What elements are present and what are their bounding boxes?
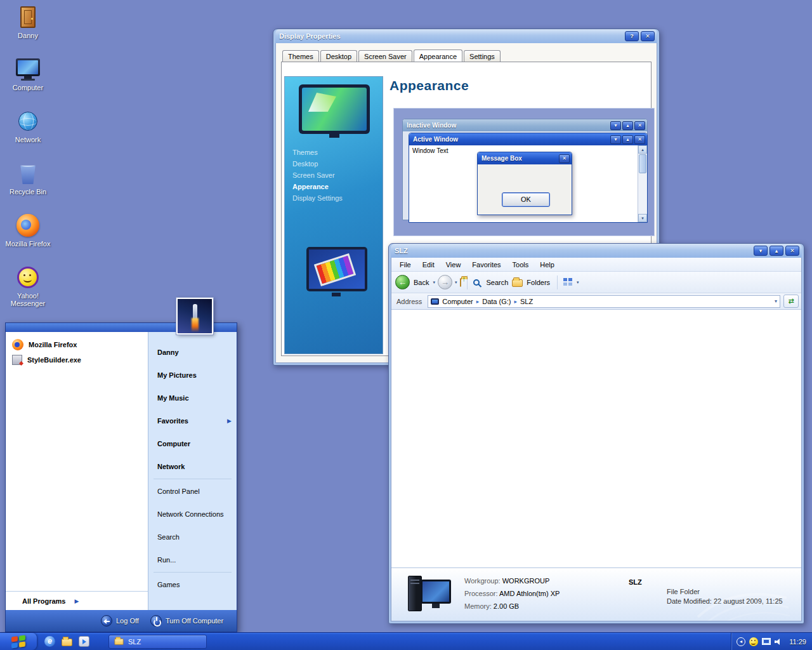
desktop-icon-list: Danny Computer Network Recycle Bin Mozil…: [5, 4, 51, 316]
computer-monitor-icon: [421, 580, 451, 604]
desktop-icon-network[interactable]: Network: [5, 108, 51, 160]
desktop-icon-yahoo-messenger[interactable]: Yahoo! Messenger: [5, 264, 51, 316]
message-box-title: Message Box: [481, 155, 522, 162]
start-item-computer[interactable]: Computer: [148, 432, 237, 455]
firefox-icon: [12, 339, 23, 350]
menu-favorites[interactable]: Favorites: [466, 258, 506, 271]
preview-scrollbar: ▴ ▾: [638, 145, 647, 222]
desktop-icon-danny[interactable]: Danny: [5, 4, 51, 56]
quick-launch-browser-icon[interactable]: e: [44, 636, 55, 647]
start-item-favorites[interactable]: Favorites ▶: [148, 409, 237, 432]
desktop-icon-recycle-bin[interactable]: Recycle Bin: [5, 160, 51, 212]
minimize-button[interactable]: ▾: [754, 246, 768, 256]
computer-icon: [15, 56, 41, 83]
desktop-icon-computer[interactable]: Computer: [5, 56, 51, 108]
start-item-stylebuilder[interactable]: StyleBuilder.exe: [6, 352, 148, 368]
start-item-run[interactable]: Run...: [148, 548, 237, 571]
folders-icon[interactable]: [512, 279, 523, 287]
back-button[interactable]: ←: [395, 275, 410, 289]
menu-file[interactable]: File: [394, 258, 417, 271]
menu-edit[interactable]: Edit: [417, 258, 440, 271]
start-item-control-panel[interactable]: Control Panel: [148, 480, 237, 503]
explorer-titlebar[interactable]: SLZ ▾ ▴ ✕: [391, 244, 802, 258]
tray-collapse-icon[interactable]: ◂: [737, 637, 745, 646]
tray-volume-icon[interactable]: [775, 638, 782, 646]
menu-help[interactable]: Help: [534, 258, 560, 271]
tab-settings[interactable]: Settings: [464, 50, 501, 62]
start-item-network-connections[interactable]: Network Connections: [148, 503, 237, 526]
quick-launch-app-icon[interactable]: [79, 636, 89, 647]
address-label: Address: [394, 298, 424, 305]
desktop-icon-label: Yahoo! Messenger: [5, 292, 51, 307]
forward-history-chevron-icon[interactable]: ▾: [455, 280, 457, 285]
appearance-preview-image: Themes Desktop Screen Saver Apperance Di…: [284, 76, 383, 354]
start-item-my-pictures[interactable]: My Pictures: [148, 364, 237, 387]
taskbar-task-slz[interactable]: SLZ: [108, 635, 207, 649]
refresh-button[interactable]: ⇄: [783, 295, 799, 308]
breadcrumb-computer[interactable]: Computer: [442, 298, 473, 305]
memory-line: Memory: 2.00 GB: [464, 600, 560, 613]
processor-line: Processor: AMD Athlon(tm) XP: [464, 587, 560, 600]
start-item-network[interactable]: Network: [148, 455, 237, 478]
breadcrumb-data-g[interactable]: Data (G:): [482, 298, 511, 305]
minimize-icon: ▾: [610, 135, 621, 144]
menu-tools[interactable]: Tools: [507, 258, 535, 271]
close-icon: ✕: [559, 154, 570, 163]
preview-list-item: Themes: [292, 147, 343, 158]
back-button-label[interactable]: Back: [414, 279, 429, 286]
workgroup-line: Workgroup: WORKGROUP: [464, 574, 560, 587]
start-item-search[interactable]: Search: [148, 526, 237, 548]
window-text-sample: Window Text: [412, 147, 449, 154]
tab-desktop[interactable]: Desktop: [320, 50, 357, 62]
preview-list-item: Display Settings: [292, 192, 343, 204]
search-button-label[interactable]: Search: [487, 279, 509, 286]
folders-button-label[interactable]: Folders: [527, 279, 550, 286]
start-item-danny[interactable]: Danny: [148, 341, 237, 364]
network-globe-icon: [15, 108, 41, 135]
start-menu-divider: [154, 572, 232, 573]
close-button[interactable]: ✕: [641, 31, 655, 41]
submenu-arrow-icon: ▶: [74, 598, 79, 604]
address-dropdown-icon[interactable]: ▾: [775, 298, 777, 304]
close-icon: ✕: [634, 121, 645, 130]
log-off-button[interactable]: Log Off: [101, 615, 139, 627]
forward-button[interactable]: →: [438, 275, 452, 289]
search-icon[interactable]: [473, 279, 480, 286]
quick-launch-folder-icon[interactable]: [62, 639, 72, 646]
address-field[interactable]: Computer ▸ Data (G:) ▸ SLZ ▾: [428, 295, 780, 308]
close-icon: ✕: [634, 135, 645, 144]
display-properties-tabs: Themes Desktop Screen Saver Appearance S…: [282, 50, 502, 62]
folder-content-area[interactable]: [391, 310, 801, 567]
firefox-icon: [15, 212, 41, 239]
views-chevron-icon[interactable]: ▾: [577, 280, 579, 285]
tab-screen-saver[interactable]: Screen Saver: [358, 50, 412, 62]
minimize-icon: ▾: [610, 121, 621, 130]
close-button[interactable]: ✕: [785, 246, 799, 256]
start-button[interactable]: [0, 633, 37, 650]
start-item-my-music[interactable]: My Music: [148, 387, 237, 409]
turn-off-computer-button[interactable]: Turn Off Computer: [150, 615, 223, 627]
yahoo-messenger-icon: [15, 264, 41, 291]
views-icon[interactable]: [563, 278, 573, 286]
back-history-chevron-icon[interactable]: ▾: [433, 280, 435, 285]
preview-monitor-bottom: [306, 247, 367, 291]
inactive-window-title: Inactive Window: [407, 122, 456, 129]
up-button[interactable]: ↑: [460, 279, 461, 286]
maximize-icon: ▴: [622, 135, 633, 144]
tray-display-icon[interactable]: [762, 638, 771, 645]
breadcrumb-slz[interactable]: SLZ: [520, 298, 533, 305]
menu-view[interactable]: View: [440, 258, 467, 271]
all-programs-button[interactable]: All Programs ▶: [6, 591, 148, 610]
start-item-games[interactable]: Games: [148, 573, 237, 596]
desktop-icon-label: Computer: [13, 84, 43, 91]
tray-messenger-icon[interactable]: [749, 637, 758, 646]
maximize-button[interactable]: ▴: [769, 246, 783, 256]
help-button[interactable]: ?: [625, 31, 639, 41]
tab-appearance[interactable]: Appearance: [414, 50, 462, 62]
windows-flag-icon: [11, 635, 25, 648]
user-picture[interactable]: [176, 298, 213, 335]
tab-themes[interactable]: Themes: [282, 50, 319, 62]
start-item-firefox[interactable]: Mozilla Firefox: [6, 337, 148, 352]
desktop-icon-firefox[interactable]: Mozilla Firefox: [5, 212, 51, 264]
display-properties-titlebar[interactable]: Display Properties ? ✕: [275, 29, 657, 43]
